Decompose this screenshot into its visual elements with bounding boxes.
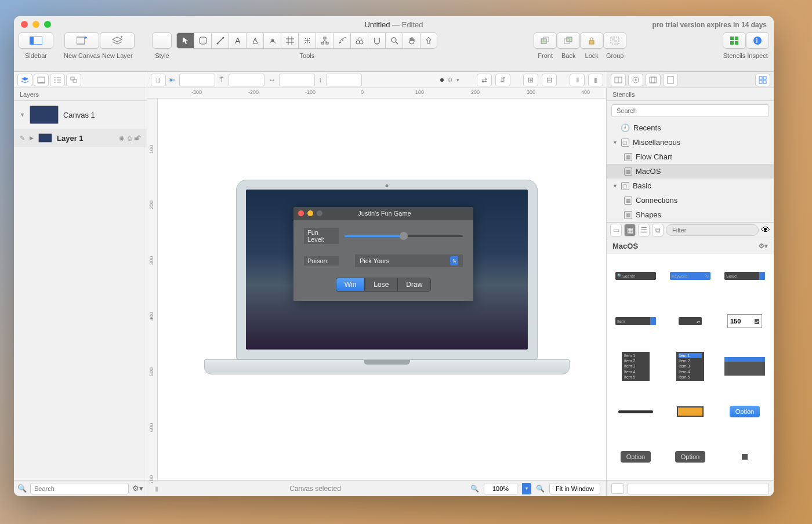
stencil-progress[interactable] xyxy=(612,398,659,425)
stencil-stepper[interactable]: ▴▾ xyxy=(667,307,713,335)
guides-tab[interactable] xyxy=(34,74,49,86)
insp-tab-1[interactable] xyxy=(611,74,626,86)
color-swatch[interactable] xyxy=(611,483,624,494)
fit-window-button[interactable]: Fit in Window xyxy=(549,483,600,494)
tool-stamp[interactable] xyxy=(350,32,368,49)
stencil-search-field[interactable]: 🔍Search xyxy=(612,262,659,290)
distribute-1[interactable]: ⫴ xyxy=(570,74,585,86)
insp-tab-3[interactable] xyxy=(646,74,661,86)
flip-h[interactable]: ⇄ xyxy=(477,74,492,86)
tool-magnet[interactable] xyxy=(368,32,385,49)
ruler-vertical[interactable]: 100200 300400 500600 700 xyxy=(147,99,158,480)
tool-zoom[interactable] xyxy=(385,32,403,49)
stencil-number[interactable]: 150▴▾ xyxy=(722,307,768,335)
disclosure-icon[interactable]: ▶ xyxy=(30,135,34,141)
sidebar-button[interactable] xyxy=(19,32,53,49)
stencil-list-selected[interactable]: Item 1Item 2Item 3Item 4Item 5 xyxy=(667,352,713,380)
inspect-button[interactable]: i xyxy=(746,32,769,49)
outline-tab[interactable] xyxy=(50,74,65,86)
lock-icon[interactable]: 🔓︎ xyxy=(135,134,141,142)
eye-icon[interactable]: 👁 xyxy=(761,225,770,235)
tool-hand[interactable] xyxy=(403,32,420,49)
front-button[interactable] xyxy=(534,32,557,49)
y-field[interactable] xyxy=(229,74,264,86)
connections-item[interactable]: ▦Connections xyxy=(607,193,774,208)
layers-tab[interactable] xyxy=(17,74,32,86)
x-field[interactable] xyxy=(179,74,215,86)
maximize-icon[interactable] xyxy=(44,21,51,28)
w-field[interactable] xyxy=(279,74,315,86)
ruler-toggle[interactable]: ⫼ xyxy=(151,74,166,86)
zoom-field[interactable] xyxy=(484,483,517,494)
mock-titlebar[interactable]: Justin's Fun Game xyxy=(293,207,473,220)
lose-button[interactable]: Lose xyxy=(365,278,397,292)
h-field[interactable] xyxy=(326,74,362,86)
stencils-button[interactable] xyxy=(723,32,746,49)
minimize-icon[interactable] xyxy=(32,21,39,28)
layers-search[interactable] xyxy=(30,483,129,494)
tool-crop[interactable] xyxy=(298,32,316,49)
stencil-list-plain[interactable]: Item 1Item 2Item 3Item 4Item 5 xyxy=(612,352,659,380)
titlebar[interactable]: Untitled — Edited pro trial version expi… xyxy=(14,16,774,29)
macos-item[interactable]: ▦MacOS xyxy=(607,164,774,179)
draw-button[interactable]: Draw xyxy=(397,278,431,292)
tool-action[interactable] xyxy=(420,32,437,49)
shapes-item[interactable]: ▦Shapes xyxy=(607,208,774,222)
basic-folder[interactable]: ▼▢Basic xyxy=(607,179,774,193)
insp-tab-grid[interactable] xyxy=(755,74,770,86)
tool-select[interactable] xyxy=(176,32,194,49)
stencil-well[interactable] xyxy=(667,398,713,425)
align-1[interactable]: ⊞ xyxy=(523,74,538,86)
new-layer-button[interactable]: + xyxy=(100,32,135,49)
gear-icon[interactable]: ⚙︎▾ xyxy=(759,242,768,250)
flowchart-item[interactable]: ▦Flow Chart xyxy=(607,150,774,164)
tool-brush[interactable] xyxy=(333,32,350,49)
canvas-row[interactable]: ▼ Canvas 1 xyxy=(14,101,147,129)
misc-folder[interactable]: ▼▢Miscellaneous xyxy=(607,135,774,150)
print-icon[interactable]: ⎙ xyxy=(128,134,132,142)
gear-icon[interactable]: ⚙︎▾ xyxy=(132,484,143,493)
stencil-token-field[interactable]: Keywordⓧ xyxy=(667,262,713,290)
disclosure-icon[interactable]: ▼ xyxy=(20,112,25,118)
stencil-button-dark[interactable]: Option xyxy=(612,443,659,471)
visibility-icon[interactable]: ◉ xyxy=(119,134,125,142)
insp-tab-4[interactable] xyxy=(663,74,678,86)
tool-line[interactable] xyxy=(211,32,229,49)
view-list[interactable]: ☰ xyxy=(638,224,650,236)
view-detail[interactable]: ⧉ xyxy=(652,224,664,236)
win-button[interactable]: Win xyxy=(336,278,365,292)
tool-shape[interactable] xyxy=(194,32,211,49)
tool-pen[interactable] xyxy=(246,32,263,49)
layer-row[interactable]: ✎ ▶ Layer 1 ◉ ⎙ 🔓︎ xyxy=(14,129,147,147)
tool-point[interactable] xyxy=(263,32,281,49)
stencil-button-blue[interactable]: Option xyxy=(722,398,768,425)
stencil-filter[interactable] xyxy=(666,224,759,236)
stencil-name-field[interactable] xyxy=(628,483,769,494)
distribute-2[interactable]: ⫼ xyxy=(588,74,603,86)
stencil-search[interactable] xyxy=(611,104,769,117)
stencil-combo[interactable]: Item xyxy=(612,307,659,335)
tool-text[interactable]: A xyxy=(229,32,246,49)
stencil-button-dark2[interactable]: Option xyxy=(667,443,713,471)
view-grid[interactable]: ▦ xyxy=(624,224,636,236)
fun-slider[interactable] xyxy=(345,235,463,237)
group-button[interactable] xyxy=(603,32,626,49)
ruler-horizontal[interactable]: -300-200 -1000 100200 300400 xyxy=(147,88,606,99)
view-card[interactable]: ▭ xyxy=(610,224,622,236)
back-button[interactable] xyxy=(557,32,580,49)
new-canvas-button[interactable]: + xyxy=(64,32,99,49)
canvas[interactable]: Justin's Fun Game Fun Level: xyxy=(158,99,606,480)
selection-tab[interactable] xyxy=(66,74,81,86)
zoom-out-icon[interactable]: 🔍 xyxy=(470,485,479,493)
stencil-checkbox[interactable] xyxy=(722,443,768,471)
zoom-in-icon[interactable]: 🔍 xyxy=(536,485,545,493)
insp-tab-2[interactable] xyxy=(628,74,643,86)
stencil-select[interactable]: Select xyxy=(722,262,768,290)
align-2[interactable]: ⊟ xyxy=(542,74,557,86)
laptop-mockup[interactable]: Justin's Fun Game Fun Level: xyxy=(222,180,552,374)
tool-diagram[interactable] xyxy=(316,32,333,49)
style-button[interactable] xyxy=(152,32,172,49)
mock-window[interactable]: Justin's Fun Game Fun Level: xyxy=(293,207,473,301)
pencil-icon[interactable]: ✎ xyxy=(20,134,25,142)
lock-button[interactable] xyxy=(580,32,603,49)
